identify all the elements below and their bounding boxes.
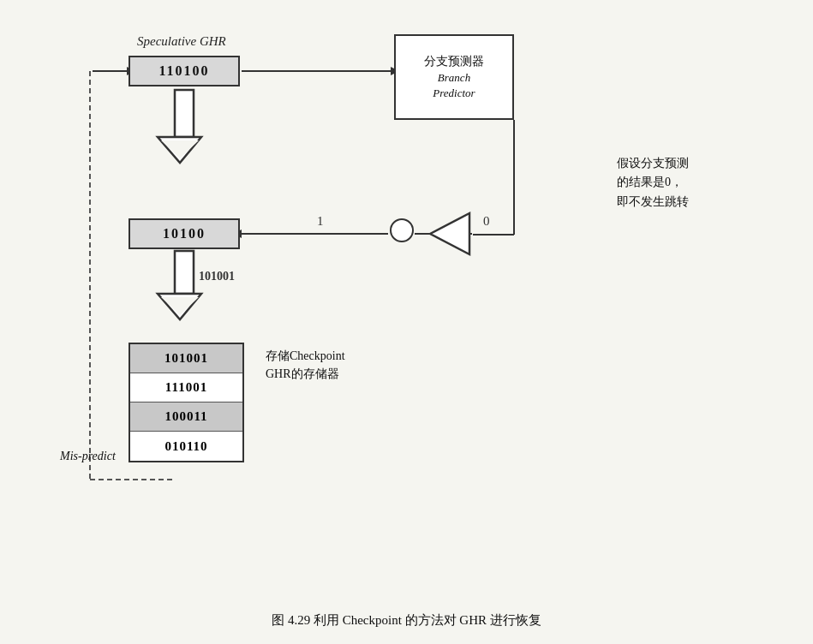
note-line3: 即不发生跳转	[617, 195, 689, 208]
note-line1: 假设分支预测	[617, 157, 689, 170]
diagram-container: Speculative GHR 110100 分支预测器 Branch Pred…	[0, 0, 813, 644]
checkpoint-row-1: 101001	[130, 344, 242, 373]
svg-marker-11	[161, 140, 199, 158]
note-line2: 的结果是0，	[617, 176, 683, 188]
checkpoint-row-3: 100011	[130, 402, 242, 432]
branch-predictor-line1: Branch	[438, 70, 470, 86]
svg-marker-18	[430, 213, 469, 254]
svg-marker-14	[161, 297, 199, 315]
label-0: 0	[483, 214, 490, 229]
svg-rect-9	[175, 90, 194, 137]
checkpoint-table: 101001 111001 100011 010110	[129, 343, 244, 462]
checkpoint-row-2: 111001	[130, 373, 242, 402]
mux-bubble	[390, 218, 414, 242]
note-text: 假设分支预测 的结果是0， 即不发生跳转	[617, 154, 754, 212]
mis-predict-label: Mis-predict	[60, 450, 116, 463]
mux-triangle	[428, 209, 471, 262]
svg-marker-10	[158, 137, 201, 163]
checkpoint-row-4: 010110	[130, 432, 242, 461]
checkpoint-label: 存储Checkpoint GHR的存储器	[266, 347, 345, 383]
svg-rect-12	[175, 251, 194, 294]
branch-predictor-chinese: 分支预测器	[424, 53, 484, 70]
svg-marker-13	[158, 294, 201, 319]
label-1: 1	[317, 214, 324, 229]
checkpoint-label-line1: 存储Checkpoint	[266, 349, 345, 362]
checkpoint-label-line2: GHR的存储器	[266, 367, 339, 380]
branch-predictor-box: 分支预测器 Branch Predictor	[394, 34, 514, 120]
speculative-ghr-label: Speculative GHR	[137, 34, 226, 49]
diagram-area: Speculative GHR 110100 分支预测器 Branch Pred…	[51, 17, 762, 599]
aghr-box: 10100	[129, 218, 240, 249]
label-101001: 101001	[199, 270, 235, 283]
ghr-box: 110100	[129, 56, 240, 86]
caption: 图 4.29 利用 Checkpoint 的方法对 GHR 进行恢复	[0, 612, 813, 629]
branch-predictor-line2: Predictor	[433, 86, 475, 101]
